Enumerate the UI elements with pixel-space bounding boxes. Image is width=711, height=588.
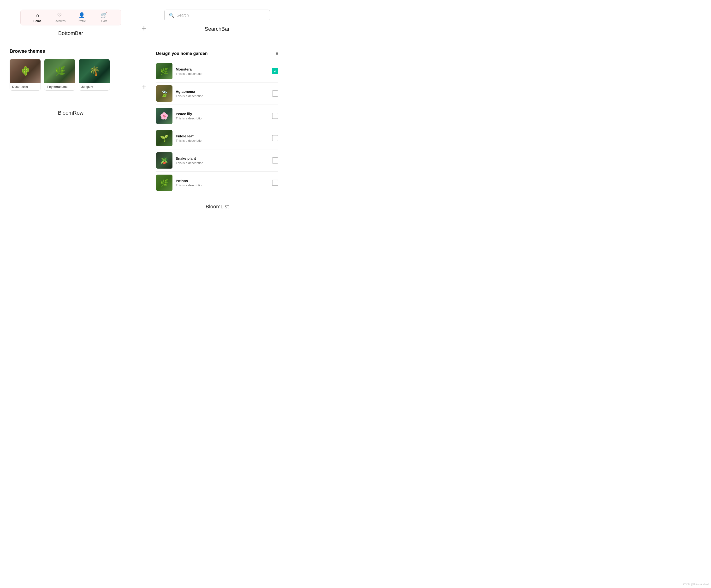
theme-card-terrarium[interactable]: 🌿Tiny terrariums: [44, 59, 75, 91]
bar-item-cart[interactable]: 🛒Cart: [93, 12, 115, 23]
theme-name-desert: Desert chic: [10, 83, 41, 90]
plant-name-fiddleleaf: Fiddle leaf: [176, 134, 269, 138]
plant-item-peacelily: 🌸Peace lilyThis is a description: [156, 105, 278, 127]
bar-label-profile: Profile: [78, 19, 86, 23]
plus-connector-top: +: [141, 9, 146, 32]
cart-icon: 🛒: [101, 12, 107, 19]
bar-item-profile[interactable]: 👤Profile: [71, 12, 93, 23]
plant-info-pothos: PothosThis is a description: [176, 179, 269, 187]
bar-label-favorites: Favorites: [54, 19, 65, 23]
bar-item-home[interactable]: ⌂Home: [26, 12, 49, 23]
plant-thumb-snakeplant: 🪴: [156, 152, 172, 169]
bottom-bar: ⌂Home♡Favorites👤Profile🛒Cart: [20, 9, 121, 25]
theme-img-desert: 🌵: [10, 59, 41, 83]
theme-name-jungle: Jungle v: [79, 83, 110, 90]
plant-desc-snakeplant: This is a description: [176, 161, 269, 165]
bottom-bar-label: BottomBar: [58, 30, 83, 37]
plant-name-snakeplant: Snake plant: [176, 156, 269, 160]
plant-desc-fiddleleaf: This is a description: [176, 139, 269, 143]
plant-desc-peacelily: This is a description: [176, 116, 269, 120]
plant-thumb-peacelily: 🌸: [156, 108, 172, 124]
plant-info-snakeplant: Snake plantThis is a description: [176, 156, 269, 165]
bloom-list-label: BloomList: [156, 203, 278, 210]
plant-thumb-monstera: 🌿: [156, 63, 172, 79]
plant-item-monstera: 🌿MonsteraThis is a description: [156, 60, 278, 83]
plant-item-aglaonema: 🍃AglaonemaThis is a description: [156, 83, 278, 105]
browse-themes-title: Browse themes: [9, 48, 132, 54]
plant-checkbox-snakeplant[interactable]: [272, 157, 278, 164]
bar-item-favorites[interactable]: ♡Favorites: [48, 12, 71, 23]
search-icon: 🔍: [169, 13, 174, 18]
plant-thumb-aglaonema: 🍃: [156, 85, 172, 102]
bloom-list-section: Design you home garden ≡ 🌿MonsteraThis i…: [156, 48, 278, 210]
plant-checkbox-monstera[interactable]: [272, 68, 278, 74]
theme-img-terrarium: 🌿: [44, 59, 75, 83]
theme-card-jungle[interactable]: 🌴Jungle v: [79, 59, 110, 91]
bloom-row-label: BloomRow: [9, 110, 132, 116]
plant-desc-monstera: This is a description: [176, 72, 269, 75]
plant-checkbox-aglaonema[interactable]: [272, 90, 278, 96]
filter-icon[interactable]: ≡: [275, 51, 278, 56]
theme-name-terrarium: Tiny terrariums: [44, 83, 75, 90]
plant-checkbox-peacelily[interactable]: [272, 113, 278, 119]
plant-info-monstera: MonsteraThis is a description: [176, 67, 269, 75]
plus-connector-bottom: +: [141, 48, 146, 92]
plant-item-snakeplant: 🪴Snake plantThis is a description: [156, 149, 278, 172]
theme-img-jungle: 🌴: [79, 59, 110, 83]
plant-checkbox-fiddleleaf[interactable]: [272, 135, 278, 141]
list-header-title: Design you home garden: [156, 51, 208, 56]
plant-name-pothos: Pothos: [176, 179, 269, 183]
search-placeholder: Search: [176, 13, 189, 18]
profile-icon: 👤: [79, 12, 85, 19]
plant-info-peacelily: Peace lilyThis is a description: [176, 112, 269, 120]
bloom-row-section: Browse themes 🌵Desert chic🌿Tiny terrariu…: [9, 48, 132, 116]
plant-info-aglaonema: AglaonemaThis is a description: [176, 89, 269, 98]
plant-name-peacelily: Peace lily: [176, 112, 269, 116]
plant-name-aglaonema: Aglaonema: [176, 89, 269, 93]
plant-name-monstera: Monstera: [176, 67, 269, 71]
list-header: Design you home garden ≡: [156, 48, 278, 60]
home-icon: ⌂: [36, 12, 39, 19]
search-bar-label: SearchBar: [204, 26, 230, 32]
plant-info-fiddleleaf: Fiddle leafThis is a description: [176, 134, 269, 143]
plant-checkbox-pothos[interactable]: [272, 180, 278, 186]
theme-cards-container: 🌵Desert chic🌿Tiny terrariums🌴Jungle v: [9, 59, 132, 91]
plant-item-fiddleleaf: 🌱Fiddle leafThis is a description: [156, 127, 278, 149]
plant-desc-aglaonema: This is a description: [176, 94, 269, 98]
plant-thumb-fiddleleaf: 🌱: [156, 130, 172, 146]
bar-label-cart: Cart: [101, 19, 107, 23]
search-bar[interactable]: 🔍 Search: [164, 9, 270, 21]
favorites-icon: ♡: [57, 12, 62, 19]
plant-list: 🌿MonsteraThis is a description🍃Aglaonema…: [156, 60, 278, 194]
bar-label-home: Home: [33, 19, 41, 23]
plant-thumb-pothos: 🌿: [156, 175, 172, 191]
theme-card-desert[interactable]: 🌵Desert chic: [9, 59, 41, 91]
plant-item-pothos: 🌿PothosThis is a description: [156, 172, 278, 194]
plant-desc-pothos: This is a description: [176, 183, 269, 187]
